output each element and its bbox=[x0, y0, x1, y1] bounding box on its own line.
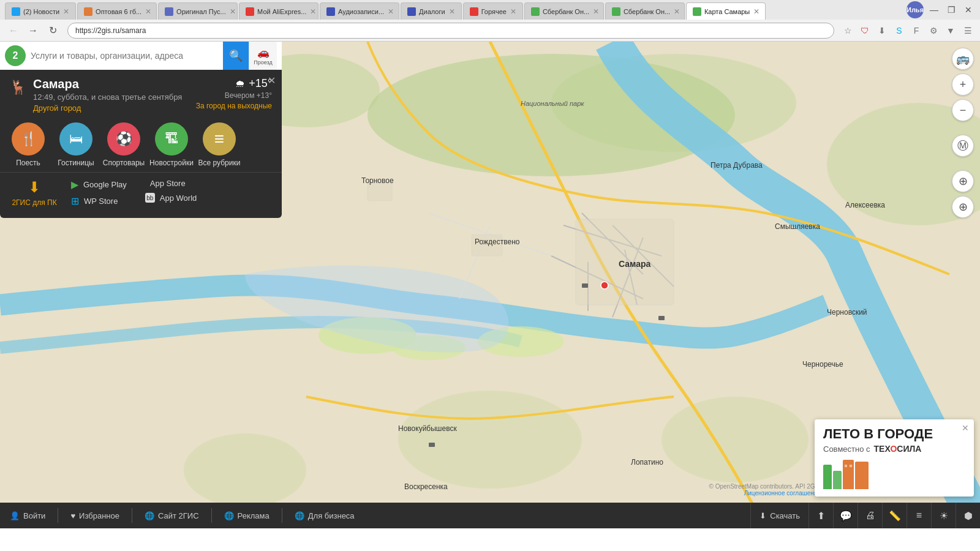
tab-5[interactable]: Аудиозаписи... ✕ bbox=[320, 2, 399, 20]
business-button[interactable]: 🌐 Для бизнеса bbox=[295, 511, 355, 520]
layers-button[interactable]: ⊕ bbox=[952, 196, 974, 218]
close-tab-4[interactable]: ✕ bbox=[310, 7, 316, 16]
metro-button[interactable]: Ⓜ bbox=[952, 135, 974, 157]
close-button[interactable]: ✕ bbox=[962, 3, 975, 17]
adblock-icon[interactable]: 🛡 bbox=[858, 23, 872, 38]
gps-button[interactable]: ⊕ bbox=[952, 170, 974, 192]
close-panel-button[interactable]: ✕ bbox=[268, 75, 276, 86]
login-button[interactable]: 👤 Войти bbox=[10, 511, 45, 520]
close-tab-9[interactable]: ✕ bbox=[674, 7, 680, 16]
bookmark-icon[interactable]: ☆ bbox=[840, 23, 855, 38]
ad-building2 bbox=[855, 462, 869, 489]
zoom-in-button[interactable]: + bbox=[952, 73, 974, 96]
svg-rect-22 bbox=[368, 182, 392, 201]
wp-store-icon: ⊞ bbox=[71, 195, 79, 207]
weekend-link[interactable]: За город на выходные bbox=[196, 102, 272, 110]
map-area[interactable]: Торновое Самара Рождествено Петра Дубрав… bbox=[0, 42, 980, 528]
fonts-icon[interactable]: F bbox=[909, 23, 924, 38]
print-button[interactable]: 🖨 bbox=[858, 503, 882, 528]
close-tab-3[interactable]: ✕ bbox=[230, 7, 236, 16]
route-button[interactable]: 🚗 Проезд bbox=[249, 42, 277, 70]
google-play-icon: ▶ bbox=[71, 179, 78, 190]
app-world-link[interactable]: bb App World bbox=[145, 193, 197, 203]
logo-2gis[interactable]: 2 bbox=[5, 45, 26, 66]
tab-10[interactable]: Карта Самары ✕ bbox=[686, 2, 766, 20]
svg-rect-26 bbox=[429, 443, 435, 447]
cat-all[interactable]: ≡ Все рубрики bbox=[197, 122, 241, 167]
close-tab-10[interactable]: ✕ bbox=[753, 7, 760, 16]
close-tab-1[interactable]: ✕ bbox=[63, 7, 69, 16]
tab-favicon-5 bbox=[326, 7, 335, 16]
list-button[interactable]: ≡ bbox=[907, 503, 931, 528]
minimize-button[interactable]: — bbox=[927, 3, 941, 17]
tab-7[interactable]: Горячее ✕ bbox=[463, 2, 523, 20]
tab-favicon-9 bbox=[612, 7, 620, 16]
tab-9[interactable]: Сбербанк Он... ✕ bbox=[605, 2, 685, 20]
search-button[interactable]: 🔍 bbox=[223, 42, 249, 70]
ads-icon: 🌐 bbox=[224, 511, 234, 520]
tab-3[interactable]: Оригинал Пус... ✕ bbox=[158, 2, 238, 20]
divider-4 bbox=[282, 508, 282, 523]
download-section: ⬇ 2ГИС для ПК ▶ Google Play ⊞ WP Store bbox=[0, 172, 282, 213]
ads-button[interactable]: 🌐 Реклама bbox=[224, 511, 270, 520]
wp-store-link[interactable]: ⊞ WP Store bbox=[71, 195, 127, 207]
nav-bar: ← → ↻ https://2gis.ru/samara ☆ 🛡 ⬇ S F ⚙… bbox=[0, 20, 980, 42]
tab-favicon-7 bbox=[470, 7, 478, 16]
site-icon: 🌐 bbox=[145, 511, 154, 520]
ext2-icon[interactable]: ▼ bbox=[943, 23, 958, 38]
cat-sport[interactable]: ⚽ Спортовары bbox=[102, 122, 146, 167]
cat-eat-icon: 🍴 bbox=[12, 122, 45, 156]
app-store-link[interactable]: App Store bbox=[145, 179, 197, 188]
tab-2[interactable]: Оптовая 6 гб... ✕ bbox=[77, 2, 157, 20]
ext1-icon[interactable]: ⚙ bbox=[926, 23, 941, 38]
ad-subtitle: Совместно с ТЕХОСИЛА bbox=[823, 444, 965, 454]
ad-decoration bbox=[823, 459, 965, 489]
tab-1[interactable]: (2) Новости ✕ bbox=[5, 2, 76, 20]
address-bar[interactable]: https://2gis.ru/samara bbox=[67, 23, 834, 39]
comment-button[interactable]: 💬 bbox=[833, 503, 858, 528]
forward-button[interactable]: → bbox=[24, 22, 42, 39]
download-icon[interactable]: ⬇ bbox=[875, 23, 889, 38]
site-button[interactable]: 🌐 Сайт 2ГИС bbox=[145, 511, 199, 520]
close-tab-6[interactable]: ✕ bbox=[449, 7, 455, 16]
close-tab-7[interactable]: ✕ bbox=[510, 7, 516, 16]
zoom-out-button[interactable]: − bbox=[952, 99, 974, 121]
map-controls: 🚌 + − Ⓜ ⊕ ⊕ bbox=[952, 48, 974, 218]
search-input[interactable] bbox=[31, 51, 223, 61]
tab-8[interactable]: Сбербанк Он... ✕ bbox=[524, 2, 604, 20]
divider-1 bbox=[58, 508, 58, 523]
download-button[interactable]: ⬇ Скачать bbox=[750, 503, 809, 528]
ad-close-button[interactable]: ✕ bbox=[962, 423, 969, 433]
share-button[interactable]: ⬆ bbox=[809, 503, 833, 528]
tab-label-6: Диалоги bbox=[419, 8, 445, 15]
google-play-link[interactable]: ▶ Google Play bbox=[71, 179, 127, 190]
business-icon: 🌐 bbox=[295, 511, 304, 520]
transport-layer-button[interactable]: 🚌 bbox=[952, 48, 974, 70]
sun-button[interactable]: ☀ bbox=[931, 503, 956, 528]
svg-rect-24 bbox=[582, 283, 588, 288]
close-tab-5[interactable]: ✕ bbox=[388, 7, 394, 16]
cat-eat[interactable]: 🍴 Поесть bbox=[6, 122, 50, 167]
ad-window1 bbox=[845, 465, 847, 467]
maximize-button[interactable]: ❐ bbox=[944, 3, 958, 17]
close-tab-2[interactable]: ✕ bbox=[145, 7, 151, 16]
tab-4[interactable]: Мой AliExpres... ✕ bbox=[239, 2, 318, 20]
tab-6[interactable]: Диалоги ✕ bbox=[401, 2, 462, 20]
back-button[interactable]: ← bbox=[5, 22, 22, 39]
download-pc[interactable]: ⬇ 2ГИС для ПК bbox=[10, 179, 59, 207]
login-icon: 👤 bbox=[10, 511, 20, 520]
cat-new-builds[interactable]: 🏗 Новостройки bbox=[149, 122, 194, 167]
compass-button[interactable]: ⬢ bbox=[956, 503, 980, 528]
favorites-button[interactable]: ♥ Избранное bbox=[70, 511, 119, 520]
cat-hotel[interactable]: 🛏 Гостиницы bbox=[54, 122, 98, 167]
ruler-button[interactable]: 📏 bbox=[882, 503, 907, 528]
reload-button[interactable]: ↻ bbox=[44, 22, 61, 39]
search-bar: 2 🔍 🚗 Проезд bbox=[0, 42, 282, 70]
other-city-link[interactable]: Другой город bbox=[33, 103, 182, 113]
menu-icon[interactable]: ☰ bbox=[960, 23, 975, 38]
close-tab-8[interactable]: ✕ bbox=[593, 7, 599, 16]
attribution-line2[interactable]: Лицензионное соглашение bbox=[709, 490, 821, 497]
url-display: https://2gis.ru/samara bbox=[75, 26, 826, 35]
download-icon-bottom: ⬇ bbox=[760, 511, 766, 520]
skype-icon[interactable]: S bbox=[892, 23, 907, 38]
